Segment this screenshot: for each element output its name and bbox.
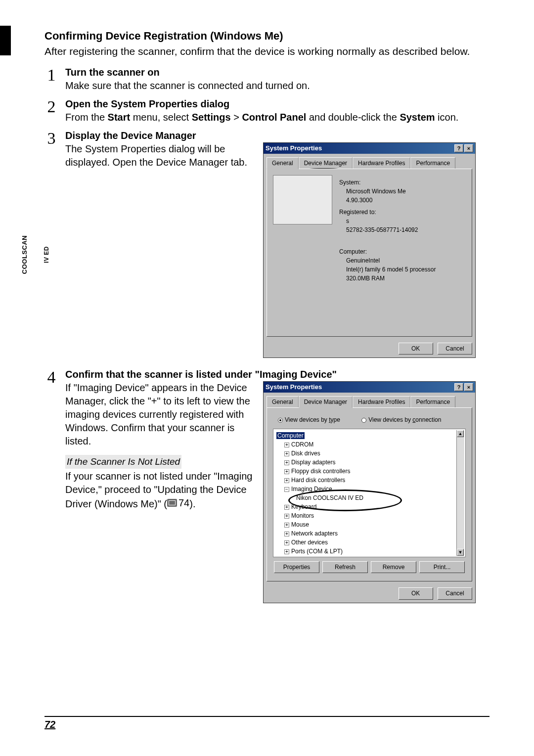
scroll-up-icon[interactable]: ▲ (457, 430, 464, 437)
label-system: System: (339, 178, 436, 187)
tree-node-mouse[interactable]: +Mouse (276, 520, 462, 529)
scrollbar[interactable]: ▲ ▼ (456, 430, 464, 556)
step-3: 3 Display the Device Manager The System … (44, 129, 490, 358)
properties-button[interactable]: Properties (274, 561, 319, 573)
label-computer: Computer: (339, 247, 436, 256)
window-title: System Properties (266, 144, 322, 153)
sub-text: If your scanner is not listed under "Ima… (65, 470, 253, 511)
tree-node-network-adapters[interactable]: +Network adapters (276, 529, 462, 538)
print-button[interactable]: Print... (419, 561, 465, 573)
label-registered: Registered to: (339, 208, 436, 217)
tree-node-ports[interactable]: +Ports (COM & LPT) (276, 547, 462, 556)
ok-button[interactable]: OK (399, 587, 433, 599)
value-system-2: 4.90.3000 (339, 196, 436, 205)
page-edge-tab (0, 26, 11, 55)
cancel-button[interactable]: Cancel (438, 343, 472, 355)
screenshot-system-properties-general: System Properties ? × General Device Man… (263, 142, 476, 358)
tab-pane-device-manager: View devices by type View devices by con… (267, 407, 472, 581)
step-number: 2 (44, 97, 58, 124)
tree-node-monitors[interactable]: +Monitors (276, 511, 462, 520)
tree-node-hard-disk[interactable]: +Hard disk controllers (276, 476, 462, 485)
screenshot-system-properties-device-manager: System Properties ? × General Device Man… (263, 381, 476, 603)
computer-icon (273, 175, 332, 224)
tab-row: General Device Manager Hardware Profiles… (264, 154, 475, 169)
step-title: Display the Device Manager (65, 129, 490, 142)
step-text: From the Start menu, select Settings > C… (65, 111, 490, 124)
help-button[interactable]: ? (454, 144, 463, 152)
tab-hardware-profiles[interactable]: Hardware Profiles (353, 157, 410, 169)
value-computer-1: GenuineIntel (339, 256, 436, 265)
page-footer: 72 (44, 716, 490, 730)
sub-heading: If the Scanner Is Not Listed (65, 455, 181, 469)
page-reference: 74 (167, 496, 189, 510)
tab-device-manager[interactable]: Device Manager (299, 396, 353, 408)
step-2: 2 Open the System Properties dialog From… (44, 97, 490, 124)
cancel-button[interactable]: Cancel (438, 587, 472, 599)
scroll-down-icon[interactable]: ▼ (457, 549, 464, 556)
value-registered-1: s (339, 217, 436, 225)
tree-root[interactable]: Computer (276, 431, 462, 440)
help-button[interactable]: ? (454, 383, 463, 391)
step-4: 4 Confirm that the scanner is listed und… (44, 368, 490, 603)
step-text: Make sure that the scanner is connected … (65, 79, 490, 92)
radio-view-by-type[interactable]: View devices by type (278, 416, 340, 424)
step-number: 4 (44, 368, 58, 603)
titlebar: System Properties ? × (264, 382, 475, 393)
page-reference-icon (167, 499, 177, 507)
side-label-l1: COOLSCAN (21, 235, 28, 274)
tab-device-manager[interactable]: Device Manager (299, 157, 353, 169)
titlebar: System Properties ? × (264, 143, 475, 154)
tree-node-keyboard[interactable]: +Keyboard (276, 502, 462, 511)
tree-node-disk-drives[interactable]: +Disk drives (276, 449, 462, 458)
step-title: Turn the scanner on (65, 66, 490, 79)
section-heading: Confirming Device Registration (Windows … (44, 30, 490, 43)
device-tree[interactable]: Computer +CDROM +Disk drives +Display ad… (273, 429, 466, 557)
tree-node-cdrom[interactable]: +CDROM (276, 440, 462, 449)
remove-button[interactable]: Remove (371, 561, 416, 573)
tab-general[interactable]: General (267, 157, 299, 169)
step-number: 1 (44, 66, 58, 92)
step-title: Confirm that the scanner is listed under… (65, 368, 490, 381)
step-text: If "Imaging Device" appears in the Devic… (65, 381, 253, 448)
step-text: The System Properties dialog will be dis… (65, 142, 253, 358)
refresh-button[interactable]: Refresh (322, 561, 368, 573)
tree-node-floppy[interactable]: +Floppy disk controllers (276, 467, 462, 476)
tab-pane-general: System: Microsoft Windows Me 4.90.3000 R… (267, 169, 472, 337)
value-computer-2: Intel(r) family 6 model 5 processor (339, 265, 436, 274)
side-label-l2: IV ED (43, 235, 50, 274)
close-button[interactable]: × (464, 383, 473, 391)
step-1: 1 Turn the scanner on Make sure that the… (44, 66, 490, 92)
section-intro: After registering the scanner, confirm t… (44, 44, 490, 58)
ok-button[interactable]: OK (399, 343, 433, 355)
close-button[interactable]: × (464, 144, 473, 152)
tab-general[interactable]: General (267, 396, 299, 408)
step-title: Open the System Properties dialog (65, 97, 490, 111)
window-title: System Properties (266, 383, 322, 392)
tab-row: General Device Manager Hardware Profiles… (264, 393, 475, 407)
value-registered-2: 52782-335-0587771-14092 (339, 225, 436, 234)
tab-performance[interactable]: Performance (410, 157, 455, 169)
side-label: COOLSCAN IV ED (6, 235, 65, 274)
page-number: 72 (44, 719, 55, 730)
tab-hardware-profiles[interactable]: Hardware Profiles (353, 396, 410, 408)
tree-node-display-adapters[interactable]: +Display adapters (276, 458, 462, 467)
tab-performance[interactable]: Performance (410, 396, 455, 408)
tree-node-imaging-device[interactable]: −Imaging Device (276, 485, 462, 493)
tree-node-other-devices[interactable]: +Other devices (276, 538, 462, 547)
value-system-1: Microsoft Windows Me (339, 187, 436, 196)
tree-node-scsi[interactable]: +SCSI controllers (276, 556, 462, 557)
radio-view-by-connection[interactable]: View devices by connection (361, 416, 441, 424)
value-computer-3: 320.0MB RAM (339, 274, 436, 283)
tree-node-nikon-coolscan[interactable]: Nikon COOLSCAN IV ED (276, 493, 462, 502)
